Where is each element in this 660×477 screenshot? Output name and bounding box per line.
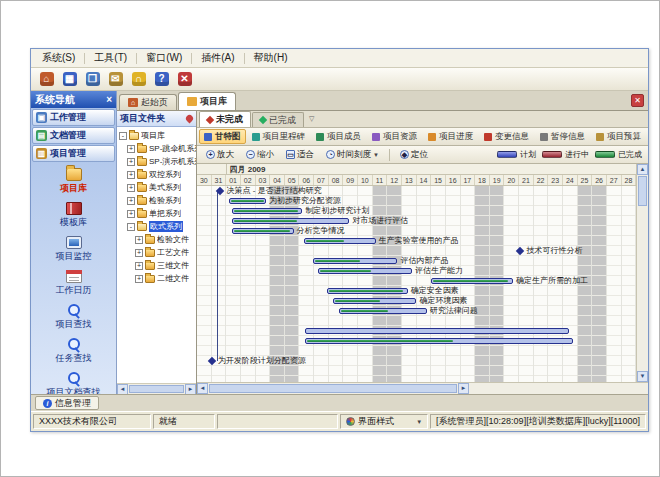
status-tabs-dropdown-icon[interactable]: ▽: [305, 115, 318, 123]
tree-scroll-thumb[interactable]: [129, 385, 184, 393]
tree-node-2[interactable]: +SP-演示机系列: [117, 155, 196, 168]
task-bar[interactable]: [333, 298, 416, 304]
scroll-up-icon[interactable]: ▲: [637, 164, 648, 175]
tree-node-11[interactable]: +二维文件: [117, 272, 196, 285]
tree-node-4[interactable]: +美式系列: [117, 181, 196, 194]
tree-node-7[interactable]: -欧式系列: [117, 220, 196, 233]
cascade-windows-button[interactable]: ❐: [83, 70, 102, 89]
task-bar[interactable]: [305, 338, 573, 344]
tree-node-8[interactable]: +检验文件: [117, 233, 196, 246]
gantt-horizontal-scrollbar[interactable]: ◄ ►: [197, 382, 648, 394]
task-bar[interactable]: [229, 198, 266, 204]
view-tab-progress[interactable]: 项目进度: [423, 129, 478, 144]
sidebar-section-doc-mgmt[interactable]: ▤文档管理: [32, 127, 115, 144]
tree-expand-toggle[interactable]: +: [127, 158, 135, 166]
task-bar[interactable]: [318, 268, 412, 274]
gantt-hscroll-thumb[interactable]: [209, 384, 457, 393]
sidebar-section-label: 工作管理: [50, 111, 86, 124]
scroll-right-icon[interactable]: ►: [458, 383, 469, 394]
view-tab-pauses[interactable]: 暂停信息: [535, 129, 590, 144]
home-button[interactable]: ⌂: [37, 70, 56, 89]
mail-button[interactable]: ✉: [106, 70, 125, 89]
gantt-tool-locate[interactable]: ◆定位: [395, 147, 433, 163]
scroll-left-icon[interactable]: ◄: [117, 384, 128, 395]
tree-horizontal-scrollbar[interactable]: ◄ ►: [117, 383, 196, 394]
tree-node-3[interactable]: +双控系列: [117, 168, 196, 181]
sidebar-item-template-library[interactable]: 模板库: [31, 199, 116, 233]
tree-expand-toggle[interactable]: +: [135, 262, 143, 270]
tree-expand-toggle[interactable]: +: [127, 184, 135, 192]
gantt-vertical-scrollbar[interactable]: ▲ ▼: [636, 164, 648, 382]
palette-icon: [346, 417, 355, 426]
task-bar[interactable]: [304, 238, 376, 244]
document-close-button[interactable]: ✕: [631, 94, 644, 107]
sidebar-section-work-mgmt[interactable]: ▣工作管理: [32, 109, 115, 126]
tree-node-label: 二维文件: [157, 273, 189, 284]
task-bar[interactable]: [232, 228, 293, 234]
tree-expand-toggle[interactable]: +: [135, 275, 143, 283]
sidebar-item-project-doc-search[interactable]: 项目文档查找: [31, 369, 116, 394]
tree-node-5[interactable]: +检验系列: [117, 194, 196, 207]
view-tab-changes[interactable]: 变更信息: [479, 129, 534, 144]
scroll-left-icon[interactable]: ◄: [197, 383, 208, 394]
status-tab-complete[interactable]: 已完成: [252, 112, 304, 127]
tree-expand-toggle[interactable]: +: [127, 197, 135, 205]
document-tab-start-page[interactable]: ⌂起始页: [119, 94, 177, 110]
task-bar[interactable]: [327, 288, 407, 294]
sidebar-item-project-monitor[interactable]: 项目监控: [31, 233, 116, 267]
view-tab-members[interactable]: 项目成员: [311, 129, 366, 144]
help-button[interactable]: ?: [152, 70, 171, 89]
menu-system[interactable]: 系统(S): [35, 50, 82, 67]
gantt-tool-zoom-out[interactable]: −缩小: [241, 147, 279, 163]
gantt-tool-timescale[interactable]: ◔时间刻度▼: [321, 147, 384, 163]
menu-window[interactable]: 窗口(W): [139, 50, 189, 67]
sidebar-section-project-mgmt[interactable]: ▥项目管理: [32, 145, 115, 162]
tree-expand-toggle[interactable]: +: [127, 171, 135, 179]
view-tab-milestones[interactable]: 项目里程碑: [247, 129, 311, 144]
task-label: 生产实验室使用的产品: [379, 236, 459, 246]
menu-help[interactable]: 帮助(H): [247, 50, 295, 67]
task-bar[interactable]: [232, 218, 349, 224]
task-bar[interactable]: [339, 308, 427, 314]
pin-icon[interactable]: [185, 114, 195, 124]
tree-expand-toggle[interactable]: -: [119, 132, 127, 140]
tree-node-10[interactable]: +三维文件: [117, 259, 196, 272]
sidebar-item-work-calendar[interactable]: 工作日历: [31, 267, 116, 301]
tree-expand-toggle[interactable]: -: [127, 223, 135, 231]
gantt-vscroll-thumb[interactable]: [638, 176, 647, 206]
view-tab-gantt[interactable]: 甘特图: [199, 129, 246, 144]
tree-node-9[interactable]: +工艺文件: [117, 246, 196, 259]
menu-plugins[interactable]: 插件(A): [194, 50, 241, 67]
tree-node-0[interactable]: -项目库: [117, 129, 196, 142]
tree-node-1[interactable]: +SP-跳伞机系列: [117, 142, 196, 155]
status-tab-incomplete[interactable]: 未完成: [199, 111, 251, 127]
sidebar-item-project-search[interactable]: 项目查找: [31, 301, 116, 335]
exit-button[interactable]: ✕: [175, 70, 194, 89]
tree-node-6[interactable]: +单把系列: [117, 207, 196, 220]
cascade-windows-icon: ❐: [86, 72, 100, 86]
lock-button[interactable]: ∩: [129, 70, 148, 89]
sidebar-item-task-search[interactable]: 任务查找: [31, 335, 116, 369]
gantt-tool-zoom-in[interactable]: +放大: [201, 147, 239, 163]
task-bar[interactable]: [232, 208, 302, 214]
tree-expand-toggle[interactable]: +: [127, 145, 135, 153]
menu-tools[interactable]: 工具(T): [87, 50, 134, 67]
scroll-down-icon[interactable]: ▼: [637, 371, 648, 382]
sidebar-item-project-library[interactable]: 项目库: [31, 165, 116, 199]
gantt-tool-fit[interactable]: ▭适合: [281, 147, 319, 163]
view-tab-resources[interactable]: 项目资源: [367, 129, 422, 144]
sidebar-close-icon[interactable]: ×: [106, 94, 112, 105]
task-bar[interactable]: [313, 258, 398, 264]
view-tab-budget[interactable]: 项目预算: [591, 129, 646, 144]
gantt-legend: 计划进行中已完成: [497, 149, 644, 160]
ui-style-dropdown[interactable]: 界面样式 ▼: [340, 414, 428, 429]
tree-expand-toggle[interactable]: +: [135, 249, 143, 257]
tree-expand-toggle[interactable]: +: [127, 210, 135, 218]
document-tab-project-library[interactable]: 项目库: [178, 92, 236, 110]
modules-grid-button[interactable]: ▦: [60, 70, 79, 89]
info-management-tab[interactable]: i 信息管理: [35, 396, 99, 410]
tree-expand-toggle[interactable]: +: [135, 236, 143, 244]
task-bar[interactable]: [305, 328, 568, 334]
scroll-right-icon[interactable]: ►: [185, 384, 196, 395]
task-bar[interactable]: [431, 278, 513, 284]
